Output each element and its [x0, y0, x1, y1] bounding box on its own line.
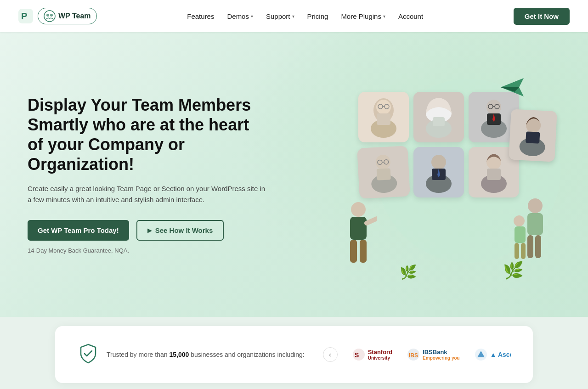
nav-pricing[interactable]: Pricing	[307, 12, 328, 20]
header: P WP Team Features Demos ▾ Support ▾ Pri…	[0, 0, 588, 32]
svg-rect-27	[377, 168, 391, 180]
support-chevron-icon: ▾	[292, 14, 294, 19]
hero-content: Display Your Team Members Smartly who ar…	[0, 37, 588, 312]
svg-rect-50	[521, 243, 526, 259]
trusted-wrapper: Trusted by more than 15,000 businesses a…	[0, 317, 588, 389]
nav-demos[interactable]: Demos ▾	[227, 12, 253, 20]
svg-point-2	[44, 11, 55, 22]
svg-point-47	[514, 215, 525, 226]
svg-line-42	[367, 219, 377, 223]
person-right-figure	[510, 196, 551, 276]
svg-rect-40	[350, 240, 357, 263]
plant-left: 🌿	[400, 264, 417, 280]
get-pro-button[interactable]: Get WP Team Pro Today!	[28, 220, 129, 241]
logo-text: WP Team	[58, 12, 91, 20]
demos-chevron-icon: ▾	[251, 14, 253, 19]
hero-left: Display Your Team Members Smartly who ar…	[28, 95, 266, 254]
svg-rect-49	[514, 243, 519, 259]
svg-point-31	[431, 155, 446, 169]
hero-section: Display Your Team Members Smartly who ar…	[0, 32, 588, 317]
trusted-text-area: Trusted by more than 15,000 businesses a…	[77, 343, 305, 366]
carousel-prev-button[interactable]: ‹	[323, 347, 338, 362]
trusted-text: Trusted by more than 15,000 businesses a…	[107, 350, 305, 360]
svg-text:S: S	[355, 351, 359, 359]
get-it-now-button[interactable]: Get It Now	[514, 8, 570, 25]
nav-more-plugins[interactable]: More Plugins ▾	[341, 12, 385, 20]
svg-text:P: P	[21, 11, 27, 21]
brand-ibsbank: IBS IBSBank Empowering you	[407, 348, 460, 361]
hero-title: Display Your Team Members Smartly who ar…	[28, 95, 266, 175]
trusted-section: Trusted by more than 15,000 businesses a…	[55, 326, 533, 383]
logo-area: P WP Team	[18, 8, 97, 24]
play-icon: ▶	[147, 227, 152, 234]
paper-plane	[501, 78, 524, 98]
hero-buttons: Get WP Team Pro Today! ▶ See How It Work…	[28, 220, 266, 241]
svg-rect-45	[527, 235, 533, 258]
member-card-4	[357, 146, 410, 199]
svg-point-51	[526, 118, 541, 133]
svg-rect-48	[514, 226, 526, 243]
person-left-figure	[340, 200, 377, 276]
svg-rect-41	[360, 240, 367, 263]
brand-p-icon: P	[18, 9, 33, 23]
svg-rect-46	[535, 235, 541, 258]
svg-point-4	[50, 14, 53, 17]
see-how-button[interactable]: ▶ See How It Works	[136, 220, 224, 241]
svg-rect-39	[350, 217, 367, 240]
hero-description: Create easily a great looking Team Page …	[28, 183, 266, 205]
member-card-1	[358, 92, 409, 142]
brand-ascent: ▲ Ascent	[475, 348, 511, 361]
svg-point-38	[351, 202, 366, 217]
floating-card	[509, 109, 557, 162]
wp-team-badge-icon	[44, 10, 56, 22]
svg-text:IBS: IBS	[409, 352, 418, 359]
hero-illustration: 🌿 🌿	[322, 64, 560, 285]
logo-badge: WP Team	[38, 8, 97, 24]
more-plugins-chevron-icon: ▾	[383, 14, 385, 19]
trusted-count: 15,000	[169, 351, 189, 358]
svg-rect-37	[487, 169, 501, 180]
nav-account[interactable]: Account	[398, 12, 423, 20]
svg-rect-10	[377, 113, 390, 125]
logos-track: S Stanford University IBS IBSBank	[352, 348, 511, 361]
brand-stanford: S Stanford University	[352, 348, 392, 361]
shield-icon	[77, 343, 99, 366]
svg-rect-44	[527, 213, 543, 235]
team-grid	[358, 92, 519, 197]
svg-point-3	[46, 14, 49, 17]
nav-features[interactable]: Features	[187, 12, 214, 20]
nav-support[interactable]: Support ▾	[266, 12, 294, 20]
member-card-2	[413, 92, 464, 142]
member-card-5	[413, 147, 464, 197]
svg-point-43	[528, 198, 543, 213]
svg-rect-53	[526, 131, 540, 144]
svg-rect-17	[433, 117, 445, 126]
guarantee-text: 14-Day Money Back Guarantee, NQA.	[28, 247, 266, 254]
main-nav: Features Demos ▾ Support ▾ Pricing More …	[187, 12, 423, 20]
logos-carousel: ‹ S Stanford University	[323, 347, 511, 362]
